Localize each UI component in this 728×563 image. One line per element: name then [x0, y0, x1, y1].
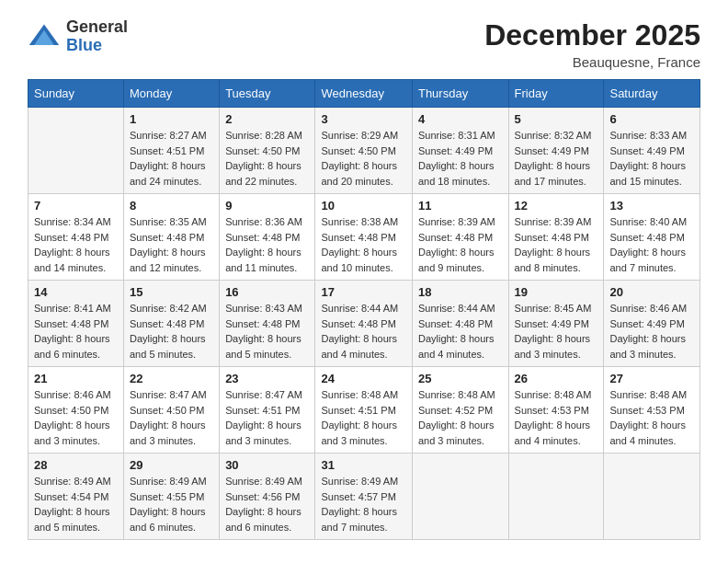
- cell-day-number: 2: [225, 112, 309, 126]
- cell-info: Sunrise: 8:31 AMSunset: 4:49 PMDaylight:…: [418, 128, 503, 189]
- cell-info: Sunrise: 8:41 AMSunset: 4:48 PMDaylight:…: [34, 301, 118, 362]
- cell-info: Sunrise: 8:47 AMSunset: 4:51 PMDaylight:…: [225, 387, 309, 448]
- cell-day-number: 9: [225, 199, 309, 213]
- day-header-thursday: Thursday: [412, 80, 508, 108]
- calendar: SundayMondayTuesdayWednesdayThursdayFrid…: [28, 79, 700, 540]
- cell-info: Sunrise: 8:44 AMSunset: 4:48 PMDaylight:…: [418, 301, 503, 362]
- cell-day-number: 10: [321, 199, 405, 213]
- calendar-cell: 2Sunrise: 8:28 AMSunset: 4:50 PMDaylight…: [220, 108, 315, 194]
- calendar-cell: 7Sunrise: 8:34 AMSunset: 4:48 PMDaylight…: [28, 194, 124, 281]
- logo: General Blue: [28, 18, 128, 55]
- week-row-2: 7Sunrise: 8:34 AMSunset: 4:48 PMDaylight…: [28, 194, 700, 281]
- cell-day-number: 15: [130, 285, 213, 299]
- calendar-cell: [508, 454, 604, 540]
- cell-day-number: 26: [515, 372, 598, 385]
- day-header-friday: Friday: [508, 80, 604, 108]
- calendar-cell: 31Sunrise: 8:49 AMSunset: 4:57 PMDayligh…: [315, 454, 412, 540]
- cell-day-number: 20: [609, 285, 694, 299]
- calendar-header: SundayMondayTuesdayWednesdayThursdayFrid…: [28, 80, 700, 108]
- cell-info: Sunrise: 8:27 AMSunset: 4:51 PMDaylight:…: [130, 128, 213, 189]
- calendar-cell: 21Sunrise: 8:46 AMSunset: 4:50 PMDayligh…: [28, 367, 124, 454]
- calendar-cell: 27Sunrise: 8:48 AMSunset: 4:53 PMDayligh…: [604, 367, 700, 454]
- cell-day-number: 11: [418, 199, 503, 213]
- calendar-cell: [604, 454, 700, 540]
- logo-general: General: [66, 17, 128, 36]
- week-row-1: 1Sunrise: 8:27 AMSunset: 4:51 PMDaylight…: [28, 108, 700, 194]
- cell-info: Sunrise: 8:32 AMSunset: 4:49 PMDaylight:…: [515, 128, 598, 189]
- calendar-cell: 5Sunrise: 8:32 AMSunset: 4:49 PMDaylight…: [508, 108, 604, 194]
- cell-day-number: 28: [34, 458, 118, 472]
- calendar-cell: 22Sunrise: 8:47 AMSunset: 4:50 PMDayligh…: [124, 367, 220, 454]
- calendar-cell: 8Sunrise: 8:35 AMSunset: 4:48 PMDaylight…: [124, 194, 220, 281]
- cell-info: Sunrise: 8:42 AMSunset: 4:48 PMDaylight:…: [130, 301, 213, 362]
- calendar-cell: 6Sunrise: 8:33 AMSunset: 4:49 PMDaylight…: [604, 108, 700, 194]
- day-header-sunday: Sunday: [28, 80, 124, 108]
- cell-info: Sunrise: 8:28 AMSunset: 4:50 PMDaylight:…: [225, 128, 309, 189]
- calendar-cell: 23Sunrise: 8:47 AMSunset: 4:51 PMDayligh…: [220, 367, 315, 454]
- calendar-cell: 17Sunrise: 8:44 AMSunset: 4:48 PMDayligh…: [315, 281, 412, 367]
- header: General Blue December 2025 Beauquesne, F…: [28, 18, 700, 70]
- week-row-3: 14Sunrise: 8:41 AMSunset: 4:48 PMDayligh…: [28, 281, 700, 367]
- cell-day-number: 13: [609, 199, 694, 213]
- days-of-week-row: SundayMondayTuesdayWednesdayThursdayFrid…: [28, 80, 700, 108]
- cell-day-number: 1: [130, 112, 213, 126]
- logo-text: General Blue: [66, 18, 128, 55]
- cell-day-number: 3: [321, 112, 405, 126]
- calendar-cell: 18Sunrise: 8:44 AMSunset: 4:48 PMDayligh…: [412, 281, 508, 367]
- calendar-cell: 1Sunrise: 8:27 AMSunset: 4:51 PMDaylight…: [124, 108, 220, 194]
- title-area: December 2025 Beauquesne, France: [484, 18, 700, 70]
- calendar-cell: 19Sunrise: 8:45 AMSunset: 4:49 PMDayligh…: [508, 281, 604, 367]
- cell-day-number: 19: [515, 285, 598, 299]
- week-row-5: 28Sunrise: 8:49 AMSunset: 4:54 PMDayligh…: [28, 454, 700, 540]
- calendar-cell: [412, 454, 508, 540]
- cell-info: Sunrise: 8:38 AMSunset: 4:48 PMDaylight:…: [321, 214, 405, 275]
- cell-day-number: 4: [418, 112, 503, 126]
- cell-day-number: 22: [130, 372, 213, 385]
- cell-info: Sunrise: 8:48 AMSunset: 4:53 PMDaylight:…: [609, 387, 694, 448]
- day-header-monday: Monday: [124, 80, 220, 108]
- cell-info: Sunrise: 8:39 AMSunset: 4:48 PMDaylight:…: [515, 214, 598, 275]
- day-header-wednesday: Wednesday: [315, 80, 412, 108]
- cell-info: Sunrise: 8:45 AMSunset: 4:49 PMDaylight:…: [515, 301, 598, 362]
- cell-info: Sunrise: 8:43 AMSunset: 4:48 PMDaylight:…: [225, 301, 309, 362]
- month-year: December 2025: [484, 18, 700, 52]
- cell-info: Sunrise: 8:48 AMSunset: 4:52 PMDaylight:…: [418, 387, 503, 448]
- cell-day-number: 14: [34, 285, 118, 299]
- day-header-tuesday: Tuesday: [220, 80, 315, 108]
- location: Beauquesne, France: [484, 54, 700, 70]
- cell-day-number: 17: [321, 285, 405, 299]
- calendar-body: 1Sunrise: 8:27 AMSunset: 4:51 PMDaylight…: [28, 108, 700, 540]
- cell-day-number: 31: [321, 458, 405, 472]
- cell-day-number: 12: [515, 199, 598, 213]
- cell-info: Sunrise: 8:46 AMSunset: 4:49 PMDaylight:…: [609, 301, 694, 362]
- cell-day-number: 7: [34, 199, 118, 213]
- calendar-cell: 30Sunrise: 8:49 AMSunset: 4:56 PMDayligh…: [220, 454, 315, 540]
- cell-info: Sunrise: 8:48 AMSunset: 4:51 PMDaylight:…: [321, 387, 405, 448]
- calendar-cell: 12Sunrise: 8:39 AMSunset: 4:48 PMDayligh…: [508, 194, 604, 281]
- calendar-cell: 25Sunrise: 8:48 AMSunset: 4:52 PMDayligh…: [412, 367, 508, 454]
- calendar-cell: 9Sunrise: 8:36 AMSunset: 4:48 PMDaylight…: [220, 194, 315, 281]
- calendar-cell: 15Sunrise: 8:42 AMSunset: 4:48 PMDayligh…: [124, 281, 220, 367]
- cell-info: Sunrise: 8:49 AMSunset: 4:55 PMDaylight:…: [130, 474, 213, 534]
- cell-day-number: 18: [418, 285, 503, 299]
- cell-info: Sunrise: 8:39 AMSunset: 4:48 PMDaylight:…: [418, 214, 503, 275]
- cell-info: Sunrise: 8:29 AMSunset: 4:50 PMDaylight:…: [321, 128, 405, 189]
- cell-day-number: 29: [130, 458, 213, 472]
- cell-info: Sunrise: 8:49 AMSunset: 4:56 PMDaylight:…: [225, 474, 309, 534]
- cell-day-number: 27: [609, 372, 694, 385]
- calendar-cell: 24Sunrise: 8:48 AMSunset: 4:51 PMDayligh…: [315, 367, 412, 454]
- week-row-4: 21Sunrise: 8:46 AMSunset: 4:50 PMDayligh…: [28, 367, 700, 454]
- cell-day-number: 6: [609, 112, 694, 126]
- cell-day-number: 25: [418, 372, 503, 385]
- cell-day-number: 21: [34, 372, 118, 385]
- calendar-cell: 3Sunrise: 8:29 AMSunset: 4:50 PMDaylight…: [315, 108, 412, 194]
- cell-info: Sunrise: 8:47 AMSunset: 4:50 PMDaylight:…: [130, 387, 213, 448]
- cell-info: Sunrise: 8:49 AMSunset: 4:57 PMDaylight:…: [321, 474, 405, 534]
- cell-info: Sunrise: 8:33 AMSunset: 4:49 PMDaylight:…: [609, 128, 694, 189]
- cell-info: Sunrise: 8:49 AMSunset: 4:54 PMDaylight:…: [34, 474, 118, 534]
- cell-day-number: 24: [321, 372, 405, 385]
- calendar-cell: 28Sunrise: 8:49 AMSunset: 4:54 PMDayligh…: [28, 454, 124, 540]
- cell-info: Sunrise: 8:34 AMSunset: 4:48 PMDaylight:…: [34, 214, 118, 275]
- cell-day-number: 16: [225, 285, 309, 299]
- calendar-cell: 13Sunrise: 8:40 AMSunset: 4:48 PMDayligh…: [604, 194, 700, 281]
